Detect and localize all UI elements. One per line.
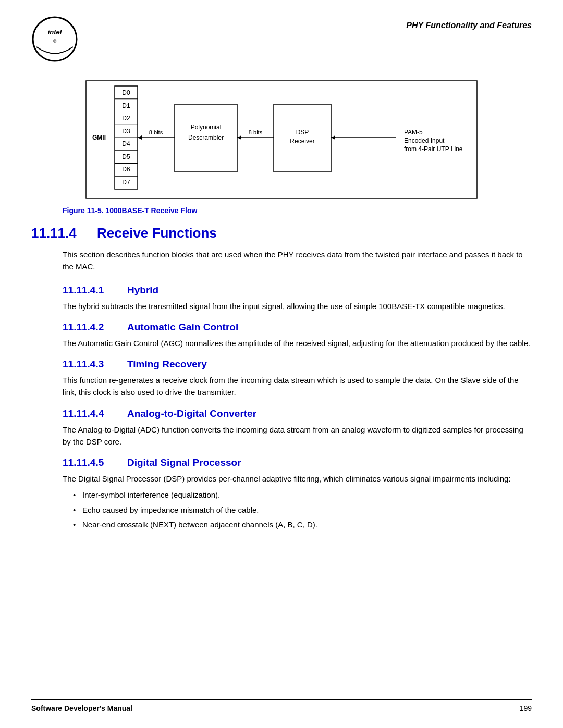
intel-logo: intel ® — [31, 16, 78, 63]
subsection-adc-number: 11.11.4.4 — [63, 408, 120, 419]
dsp-bullet-list: Inter-symbol interference (equalization)… — [63, 489, 532, 530]
subsection-agc-body: The Automatic Gain Control (AGC) normali… — [63, 337, 532, 349]
subsection-dsp-title: Digital Signal Processor — [127, 457, 241, 468]
svg-text:DSP: DSP — [296, 129, 309, 136]
main-section-heading: 11.11.4 Receive Functions — [31, 225, 532, 241]
subsection-timing-number: 11.11.4.3 — [63, 359, 120, 370]
subsection-hybrid-heading: 11.11.4.1 Hybrid — [63, 285, 532, 296]
svg-text:GMII: GMII — [92, 134, 106, 141]
subsection-timing-body: This function re-generates a receive clo… — [63, 374, 532, 399]
subsection-timing-heading: 11.11.4.3 Timing Recovery — [63, 359, 532, 370]
subsection-agc: 11.11.4.2 Automatic Gain Control The Aut… — [63, 322, 532, 349]
page-footer: Software Developer's Manual 199 — [31, 699, 532, 712]
bullet-item-1: Inter-symbol interference (equalization)… — [73, 489, 532, 501]
footer-page-number: 199 — [520, 704, 532, 712]
subsection-hybrid: 11.11.4.1 Hybrid The hybrid subtracts th… — [63, 285, 532, 312]
subsection-dsp-heading: 11.11.4.5 Digital Signal Processor — [63, 457, 532, 468]
subsection-adc-heading: 11.11.4.4 Analog-to-Digital Converter — [63, 408, 532, 419]
svg-text:D1: D1 — [122, 102, 130, 109]
subsection-hybrid-body: The hybrid subtracts the transmitted sig… — [63, 300, 532, 312]
subsection-timing: 11.11.4.3 Timing Recovery This function … — [63, 359, 532, 399]
main-section-number: 11.11.4 — [31, 225, 89, 241]
subsection-hybrid-title: Hybrid — [127, 285, 158, 296]
receive-flow-diagram: GMII D0 D1 D2 D3 D4 D5 D6 D7 — [83, 78, 480, 203]
subsection-hybrid-number: 11.11.4.1 — [63, 285, 120, 296]
subsection-agc-title: Automatic Gain Control — [127, 322, 238, 333]
svg-text:®: ® — [53, 39, 57, 44]
svg-text:8 bits: 8 bits — [249, 129, 263, 135]
page-header: intel ® PHY Functionality and Features — [31, 16, 532, 63]
subsection-agc-number: 11.11.4.2 — [63, 322, 120, 333]
footer-manual-title: Software Developer's Manual — [31, 704, 132, 712]
svg-text:Receiver: Receiver — [290, 138, 314, 145]
svg-text:D3: D3 — [122, 128, 130, 135]
subsection-adc: 11.11.4.4 Analog-to-Digital Converter Th… — [63, 408, 532, 448]
main-section-body: This section describes function blocks t… — [63, 249, 532, 273]
svg-text:intel: intel — [48, 28, 62, 36]
bullet-item-2: Echo caused by impedance mismatch of the… — [73, 504, 532, 516]
bullet-item-3: Near-end crosstalk (NEXT) between adjace… — [73, 519, 532, 530]
svg-text:8 bits: 8 bits — [149, 129, 163, 135]
svg-text:Polynomial: Polynomial — [191, 124, 222, 131]
svg-text:D7: D7 — [122, 179, 130, 186]
figure-caption: Figure 11-5. 1000BASE-T Receive Flow — [63, 206, 532, 215]
svg-text:PAM-5: PAM-5 — [404, 129, 423, 136]
main-section-title: Receive Functions — [97, 225, 217, 241]
subsection-timing-title: Timing Recovery — [127, 359, 207, 370]
subsection-adc-body: The Analog-to-Digital (ADC) function con… — [63, 424, 532, 448]
diagram-wrapper: GMII D0 D1 D2 D3 D4 D5 D6 D7 — [31, 78, 532, 203]
svg-text:Encoded Input: Encoded Input — [404, 137, 445, 144]
subsection-dsp: 11.11.4.5 Digital Signal Processor The D… — [63, 457, 532, 530]
subsection-agc-heading: 11.11.4.2 Automatic Gain Control — [63, 322, 532, 333]
svg-text:D2: D2 — [122, 115, 130, 122]
svg-text:D0: D0 — [122, 89, 130, 96]
svg-text:D6: D6 — [122, 166, 130, 173]
header-title: PHY Functionality and Features — [406, 16, 532, 30]
subsection-dsp-number: 11.11.4.5 — [63, 457, 120, 468]
svg-text:Descrambler: Descrambler — [188, 134, 224, 141]
svg-text:from 4-Pair UTP Line: from 4-Pair UTP Line — [404, 145, 463, 153]
svg-text:D5: D5 — [122, 153, 130, 161]
svg-text:D4: D4 — [122, 140, 130, 147]
subsection-adc-title: Analog-to-Digital Converter — [127, 408, 256, 419]
subsection-dsp-body: The Digital Signal Processor (DSP) provi… — [63, 473, 532, 485]
